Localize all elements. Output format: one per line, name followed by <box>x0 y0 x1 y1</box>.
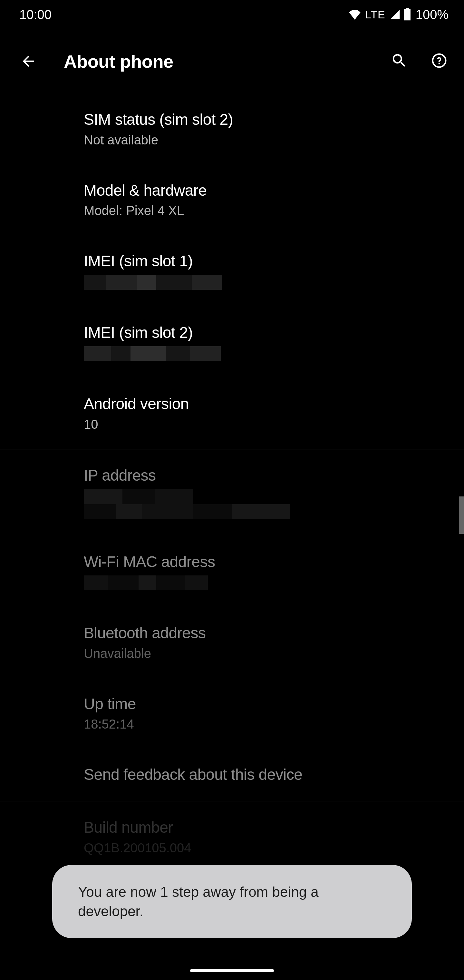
help-button[interactable] <box>431 52 448 71</box>
item-title: Wi-Fi MAC address <box>84 552 451 571</box>
item-value: Unavailable <box>84 646 451 661</box>
item-title: Model & hardware <box>84 181 451 200</box>
item-title: IP address <box>84 466 451 485</box>
item-value: Model: Pixel 4 XL <box>84 203 451 218</box>
item-imei-2[interactable]: IMEI (sim slot 2) <box>0 307 464 378</box>
redacted-value <box>84 346 451 361</box>
item-ip-address[interactable]: IP address <box>0 449 464 536</box>
item-imei-1[interactable]: IMEI (sim slot 1) <box>0 235 464 307</box>
item-title: IMEI (sim slot 2) <box>84 323 451 342</box>
item-title: Bluetooth address <box>84 624 451 643</box>
item-build-number[interactable]: Build number QQ1B.200105.004 <box>0 802 464 872</box>
item-up-time[interactable]: Up time 18:52:14 <box>0 678 464 749</box>
gesture-nav-handle[interactable] <box>190 969 274 972</box>
wifi-icon <box>348 10 361 20</box>
redacted-value <box>84 576 451 590</box>
item-title: Up time <box>84 695 451 713</box>
item-title: Build number <box>84 818 451 837</box>
search-button[interactable] <box>391 52 408 71</box>
network-type: LTE <box>365 8 385 21</box>
item-send-feedback[interactable]: Send feedback about this device <box>0 749 464 801</box>
item-bluetooth-address[interactable]: Bluetooth address Unavailable <box>0 607 464 678</box>
item-title: IMEI (sim slot 1) <box>84 252 451 270</box>
item-model-hardware[interactable]: Model & hardware Model: Pixel 4 XL <box>0 164 464 235</box>
item-title: SIM status (sim slot 2) <box>84 110 451 129</box>
page-title: About phone <box>64 51 391 72</box>
redacted-value <box>84 504 451 519</box>
item-value: 10 <box>84 417 451 432</box>
toast-text: You are now 1 step away from being a dev… <box>78 884 319 919</box>
item-value: QQ1B.200105.004 <box>84 840 451 856</box>
scrollbar-thumb[interactable] <box>459 496 464 534</box>
cellular-icon <box>389 10 401 20</box>
item-value: Not available <box>84 132 451 148</box>
clock: 10:00 <box>19 7 52 22</box>
item-title: Send feedback about this device <box>84 765 451 784</box>
item-sim-status-2[interactable]: SIM status (sim slot 2) Not available <box>0 94 464 164</box>
battery-icon <box>404 8 411 21</box>
redacted-value <box>84 275 451 290</box>
back-button[interactable] <box>16 48 41 74</box>
item-wifi-mac[interactable]: Wi-Fi MAC address <box>0 536 464 607</box>
app-bar: About phone <box>0 39 464 84</box>
item-value: 18:52:14 <box>84 716 451 732</box>
redacted-value <box>84 489 451 504</box>
item-android-version[interactable]: Android version 10 <box>0 378 464 449</box>
battery-percent: 100% <box>416 7 448 22</box>
item-title: Android version <box>84 395 451 413</box>
toast: You are now 1 step away from being a dev… <box>52 865 412 938</box>
status-bar: 10:00 LTE 100% <box>0 0 464 29</box>
status-icons: LTE 100% <box>348 7 448 22</box>
settings-list: SIM status (sim slot 2) Not available Mo… <box>0 94 464 980</box>
